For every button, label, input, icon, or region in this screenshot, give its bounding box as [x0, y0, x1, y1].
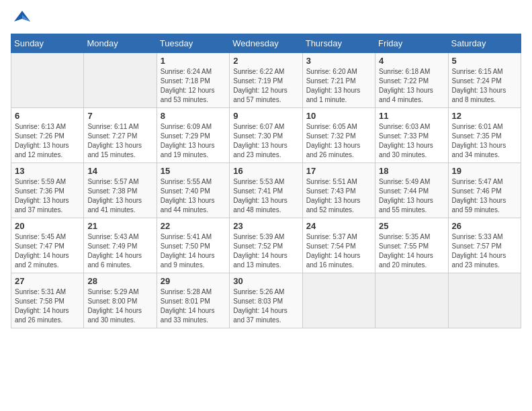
day-info: Sunrise: 6:24 AM Sunset: 7:18 PM Dayligh…	[161, 67, 226, 105]
day-number: 21	[87, 221, 152, 231]
sunrise: Sunrise: 6:01 AM	[452, 123, 503, 130]
logo	[11, 11, 32, 27]
calendar-cell: 22 Sunrise: 5:41 AM Sunset: 7:50 PM Dayl…	[157, 218, 229, 273]
day-number: 12	[452, 111, 517, 121]
day-info: Sunrise: 5:26 AM Sunset: 8:03 PM Dayligh…	[233, 287, 298, 325]
day-number: 28	[87, 276, 152, 286]
sunrise: Sunrise: 6:05 AM	[306, 123, 357, 130]
calendar-cell: 8 Sunrise: 6:09 AM Sunset: 7:29 PM Dayli…	[157, 108, 229, 163]
daylight: Daylight: 13 hours and 41 minutes.	[87, 197, 142, 214]
calendar-week-row: 13 Sunrise: 5:59 AM Sunset: 7:36 PM Dayl…	[11, 163, 521, 218]
day-number: 1	[161, 56, 226, 66]
calendar-cell: 24 Sunrise: 5:37 AM Sunset: 7:54 PM Dayl…	[302, 218, 375, 273]
day-info: Sunrise: 5:45 AM Sunset: 7:47 PM Dayligh…	[15, 232, 80, 270]
calendar-cell: 19 Sunrise: 5:47 AM Sunset: 7:46 PM Dayl…	[448, 163, 521, 218]
sunset: Sunset: 8:00 PM	[87, 298, 137, 305]
calendar-cell: 4 Sunrise: 6:18 AM Sunset: 7:22 PM Dayli…	[375, 53, 448, 108]
day-info: Sunrise: 5:39 AM Sunset: 7:52 PM Dayligh…	[233, 232, 298, 270]
calendar-week-row: 6 Sunrise: 6:13 AM Sunset: 7:26 PM Dayli…	[11, 108, 521, 163]
sunrise: Sunrise: 6:18 AM	[379, 68, 430, 75]
day-number: 10	[306, 111, 371, 121]
calendar-week-row: 27 Sunrise: 5:31 AM Sunset: 7:58 PM Dayl…	[11, 273, 521, 328]
sunrise: Sunrise: 5:47 AM	[452, 178, 503, 185]
daylight: Daylight: 13 hours and 26 minutes.	[306, 142, 361, 158]
calendar-cell: 21 Sunrise: 5:43 AM Sunset: 7:49 PM Dayl…	[84, 218, 157, 273]
daylight: Daylight: 14 hours and 33 minutes.	[161, 307, 215, 324]
sunrise: Sunrise: 5:33 AM	[452, 233, 503, 240]
daylight: Daylight: 13 hours and 37 minutes.	[15, 197, 69, 214]
day-number: 22	[161, 221, 226, 231]
calendar-cell: 9 Sunrise: 6:07 AM Sunset: 7:30 PM Dayli…	[230, 108, 302, 163]
daylight: Daylight: 14 hours and 30 minutes.	[87, 307, 142, 324]
day-number: 17	[306, 166, 371, 176]
sunset: Sunset: 7:21 PM	[306, 77, 356, 85]
calendar-cell: 28 Sunrise: 5:29 AM Sunset: 8:00 PM Dayl…	[84, 273, 157, 328]
daylight: Daylight: 13 hours and 52 minutes.	[306, 197, 361, 214]
day-info: Sunrise: 5:37 AM Sunset: 7:54 PM Dayligh…	[306, 232, 371, 270]
calendar-cell	[84, 53, 157, 108]
sunrise: Sunrise: 5:45 AM	[15, 233, 66, 240]
day-info: Sunrise: 6:09 AM Sunset: 7:29 PM Dayligh…	[161, 122, 226, 160]
sunrise: Sunrise: 5:59 AM	[15, 178, 66, 185]
daylight: Daylight: 13 hours and 34 minutes.	[452, 142, 506, 158]
header-day-tuesday: Tuesday	[157, 34, 229, 53]
sunset: Sunset: 7:57 PM	[452, 242, 502, 250]
header-day-sunday: Sunday	[11, 34, 84, 53]
daylight: Daylight: 14 hours and 9 minutes.	[161, 252, 215, 269]
sunrise: Sunrise: 6:20 AM	[306, 68, 357, 75]
sunrise: Sunrise: 6:22 AM	[233, 68, 284, 75]
day-info: Sunrise: 5:43 AM Sunset: 7:49 PM Dayligh…	[87, 232, 152, 270]
day-info: Sunrise: 6:18 AM Sunset: 7:22 PM Dayligh…	[379, 67, 444, 105]
sunrise: Sunrise: 5:29 AM	[87, 288, 138, 295]
calendar-cell: 15 Sunrise: 5:55 AM Sunset: 7:40 PM Dayl…	[157, 163, 229, 218]
sunrise: Sunrise: 5:51 AM	[306, 178, 357, 185]
daylight: Daylight: 14 hours and 16 minutes.	[306, 252, 361, 269]
sunset: Sunset: 7:29 PM	[161, 132, 210, 140]
sunrise: Sunrise: 6:11 AM	[87, 123, 138, 130]
sunrise: Sunrise: 5:57 AM	[87, 178, 138, 185]
day-number: 13	[15, 166, 80, 176]
sunrise: Sunrise: 5:28 AM	[161, 288, 212, 295]
sunset: Sunset: 7:36 PM	[15, 187, 64, 195]
day-info: Sunrise: 6:15 AM Sunset: 7:24 PM Dayligh…	[452, 67, 517, 105]
day-number: 11	[379, 111, 444, 121]
calendar-cell	[448, 273, 521, 328]
daylight: Daylight: 14 hours and 13 minutes.	[233, 252, 287, 269]
day-info: Sunrise: 5:53 AM Sunset: 7:41 PM Dayligh…	[233, 177, 298, 215]
daylight: Daylight: 14 hours and 6 minutes.	[87, 252, 142, 269]
daylight: Daylight: 13 hours and 55 minutes.	[379, 197, 433, 214]
day-info: Sunrise: 5:35 AM Sunset: 7:55 PM Dayligh…	[379, 232, 444, 270]
sunrise: Sunrise: 5:37 AM	[306, 233, 357, 240]
daylight: Daylight: 14 hours and 20 minutes.	[379, 252, 433, 269]
daylight: Daylight: 13 hours and 59 minutes.	[452, 197, 506, 214]
calendar-week-row: 1 Sunrise: 6:24 AM Sunset: 7:18 PM Dayli…	[11, 53, 521, 108]
calendar-week-row: 20 Sunrise: 5:45 AM Sunset: 7:47 PM Dayl…	[11, 218, 521, 273]
header-day-friday: Friday	[375, 34, 448, 53]
sunset: Sunset: 7:52 PM	[233, 242, 283, 250]
day-info: Sunrise: 5:55 AM Sunset: 7:40 PM Dayligh…	[161, 177, 226, 215]
day-number: 8	[161, 111, 226, 121]
day-info: Sunrise: 5:59 AM Sunset: 7:36 PM Dayligh…	[15, 177, 80, 215]
sunset: Sunset: 7:40 PM	[161, 187, 210, 195]
day-number: 20	[15, 221, 80, 231]
day-number: 30	[233, 276, 298, 286]
daylight: Daylight: 14 hours and 26 minutes.	[15, 307, 69, 324]
sunrise: Sunrise: 6:24 AM	[161, 68, 212, 75]
daylight: Daylight: 13 hours and 23 minutes.	[233, 142, 287, 158]
day-number: 27	[15, 276, 80, 286]
sunset: Sunset: 7:35 PM	[452, 132, 502, 140]
sunset: Sunset: 7:33 PM	[379, 132, 429, 140]
daylight: Daylight: 14 hours and 23 minutes.	[452, 252, 506, 269]
calendar-cell: 10 Sunrise: 6:05 AM Sunset: 7:32 PM Dayl…	[302, 108, 375, 163]
daylight: Daylight: 14 hours and 2 minutes.	[15, 252, 69, 269]
calendar-cell: 18 Sunrise: 5:49 AM Sunset: 7:44 PM Dayl…	[375, 163, 448, 218]
calendar-cell	[375, 273, 448, 328]
header-day-saturday: Saturday	[448, 34, 521, 53]
calendar-cell: 20 Sunrise: 5:45 AM Sunset: 7:47 PM Dayl…	[11, 218, 84, 273]
day-number: 19	[452, 166, 517, 176]
day-info: Sunrise: 6:22 AM Sunset: 7:19 PM Dayligh…	[233, 67, 298, 105]
calendar-cell	[11, 53, 84, 108]
day-number: 9	[233, 111, 298, 121]
day-number: 4	[379, 56, 444, 66]
sunset: Sunset: 7:44 PM	[379, 187, 429, 195]
